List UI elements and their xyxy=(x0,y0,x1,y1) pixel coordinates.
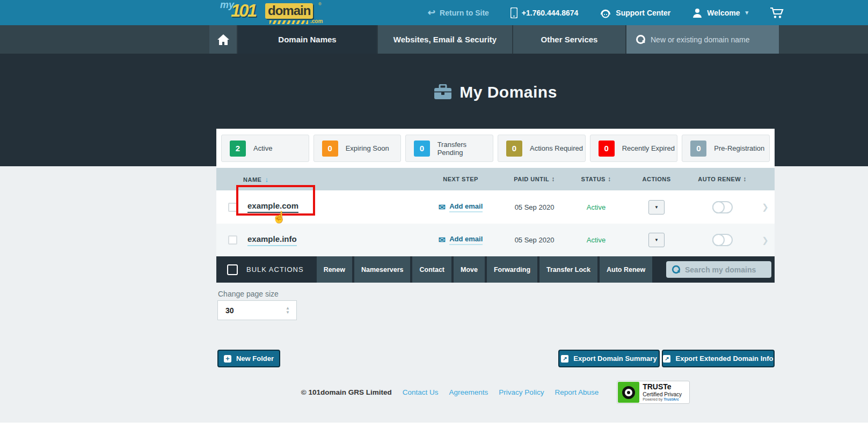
name-header-label: NAME xyxy=(243,176,261,183)
my-domains-search-box xyxy=(666,261,771,278)
logo-101: 101 xyxy=(231,1,256,21)
badge-actions-label: Actions Required xyxy=(530,144,583,152)
bulk-contact-button[interactable]: Contact xyxy=(412,256,451,283)
bulk-buttons: Renew Nameservers Contact Move Forwardin… xyxy=(317,256,653,283)
new-folder-label: New Folder xyxy=(236,354,274,363)
support-center-link[interactable]: Support Center xyxy=(600,8,670,18)
badge-expired-label: Recently Expired xyxy=(622,144,675,152)
export-icon: ↗ xyxy=(663,355,670,363)
search-icon xyxy=(672,265,680,274)
badge-active[interactable]: 2 Active xyxy=(221,135,309,162)
bulk-nameservers-button[interactable]: Nameservers xyxy=(354,256,411,283)
footer-link-contact-us[interactable]: Contact Us xyxy=(403,388,439,396)
badge-recently-expired[interactable]: 0 Recently Expired xyxy=(590,135,678,162)
table-row-example-info: example.info ✉ Add email 05 Sep 2020 Act… xyxy=(216,224,775,256)
column-header-paid-until[interactable]: PAID UNTIL↕ xyxy=(501,175,568,183)
cart-button[interactable] xyxy=(770,7,784,19)
badge-actions-required[interactable]: 0 Actions Required xyxy=(498,135,586,162)
add-email-label: Add email xyxy=(449,202,483,212)
page-size-select[interactable]: 30 ▲▼ xyxy=(217,300,297,320)
bulk-renew-label: Renew xyxy=(324,266,345,274)
page-size-value: 30 xyxy=(225,306,234,315)
header-links: ↩ Return to Site +1.760.444.8674 Support… xyxy=(428,0,784,25)
column-header-next-step[interactable]: NEXT STEP xyxy=(420,176,501,182)
phone-icon xyxy=(510,8,517,18)
summary-badges: 2 Active 0 Expiring Soon 0 Transfers Pen… xyxy=(216,129,775,168)
footer: © 101domain GRS Limited Contact Us Agree… xyxy=(216,381,775,404)
auto-renew-toggle[interactable] xyxy=(712,201,733,213)
tab-websites-email-security[interactable]: Websites, Email & Security xyxy=(378,25,513,54)
badge-prereg-label: Pre-Registration xyxy=(714,144,764,152)
bulk-renew-button[interactable]: Renew xyxy=(317,256,352,283)
tab-other-services[interactable]: Other Services xyxy=(513,25,626,54)
badge-expiring-count: 0 xyxy=(322,141,338,157)
column-header-status[interactable]: STATUS↕ xyxy=(568,175,624,183)
bulk-actions-label: BULK ACTIONS xyxy=(246,265,304,274)
bulk-forwarding-label: Forwarding xyxy=(494,266,530,274)
actions-dropdown-button[interactable]: ▼ xyxy=(648,233,665,247)
row-checkbox[interactable] xyxy=(228,203,237,212)
row-chevron-icon[interactable]: ❯ xyxy=(756,202,775,212)
badge-expiring-soon[interactable]: 0 Expiring Soon xyxy=(313,135,402,162)
auto-renew-header-label: AUTO RENEW xyxy=(698,176,741,182)
bulk-forwarding-button[interactable]: Forwarding xyxy=(487,256,537,283)
return-to-site-link[interactable]: ↩ Return to Site xyxy=(428,7,489,18)
sort-down-icon[interactable]: ↓ xyxy=(265,175,268,183)
footer-link-agreements[interactable]: Agreements xyxy=(449,388,488,396)
actions-dropdown-button[interactable]: ▼ xyxy=(648,200,665,215)
spinner-icon: ▲▼ xyxy=(286,307,290,314)
add-email-link[interactable]: ✉ Add email xyxy=(420,202,501,212)
truste-certified-label: Certified Privacy xyxy=(643,391,682,397)
badge-expiring-label: Expiring Soon xyxy=(346,144,389,152)
my-domains-search-input[interactable] xyxy=(685,265,765,274)
export-domain-summary-button[interactable]: ↗ Export Domain Summary xyxy=(558,350,660,367)
footer-link-privacy-policy[interactable]: Privacy Policy xyxy=(499,388,544,396)
footer-link-report-abuse[interactable]: Report Abuse xyxy=(555,388,599,396)
bulk-contact-label: Contact xyxy=(419,266,444,274)
bulk-auto-renew-label: Auto Renew xyxy=(607,266,645,274)
tab-websites-label: Websites, Email & Security xyxy=(393,35,497,44)
logo-registered-mark: ® xyxy=(318,2,322,6)
truste-badge[interactable]: TRUSTe Certified Privacy Powered by Trus… xyxy=(617,381,690,404)
brand-logo[interactable]: my 101 domain ® .com xyxy=(220,1,327,25)
envelope-icon: ✉ xyxy=(439,235,446,245)
sort-both-icon[interactable]: ↕ xyxy=(743,175,747,183)
plus-icon: + xyxy=(224,355,231,363)
domain-search-input[interactable] xyxy=(651,35,769,44)
add-email-link[interactable]: ✉ Add email xyxy=(420,235,501,245)
nav-home-button[interactable] xyxy=(209,25,238,54)
truste-logo-icon xyxy=(618,382,639,403)
tab-domain-names[interactable]: Domain Names xyxy=(238,25,378,54)
row-chevron-icon[interactable]: ❯ xyxy=(756,235,775,245)
phone-link[interactable]: +1.760.444.8674 xyxy=(510,8,579,18)
page-title-row: My Domains xyxy=(216,83,775,101)
column-header-actions: ACTIONS xyxy=(624,176,689,182)
column-header-auto-renew[interactable]: AUTO RENEW↕ xyxy=(689,175,756,183)
briefcase-icon xyxy=(434,84,452,100)
row-checkbox[interactable] xyxy=(228,235,237,245)
export-extended-domain-info-button[interactable]: ↗ Export Extended Domain Info xyxy=(662,350,775,367)
domain-link-example-info[interactable]: example.info xyxy=(247,234,297,246)
headset-icon xyxy=(600,8,611,18)
bottom-strip xyxy=(0,423,868,436)
new-folder-button[interactable]: + New Folder xyxy=(217,350,280,367)
bulk-select-all-checkbox[interactable] xyxy=(227,264,238,275)
actions-header-label: ACTIONS xyxy=(643,176,671,182)
export-summary-label: Export Domain Summary xyxy=(573,354,657,363)
column-header-name[interactable]: NAME↓ xyxy=(243,175,420,183)
badge-pre-registration[interactable]: 0 Pre-Registration xyxy=(682,135,770,162)
bulk-move-button[interactable]: Move xyxy=(454,256,485,283)
auto-renew-toggle[interactable] xyxy=(712,234,733,246)
sort-both-icon[interactable]: ↕ xyxy=(608,175,611,183)
truste-title: TRUSTe xyxy=(643,383,682,391)
badge-active-label: Active xyxy=(253,144,272,152)
return-arrow-icon: ↩ xyxy=(428,7,435,18)
main-nav: Domain Names Websites, Email & Security … xyxy=(0,25,868,54)
welcome-label: Welcome xyxy=(707,9,740,17)
bulk-auto-renew-button[interactable]: Auto Renew xyxy=(600,256,652,283)
status-header-label: STATUS xyxy=(581,176,606,182)
account-menu[interactable]: Welcome ▾ xyxy=(692,8,748,18)
bulk-transfer-lock-button[interactable]: Transfer Lock xyxy=(539,256,597,283)
sort-both-icon[interactable]: ↕ xyxy=(551,175,555,183)
badge-transfers-pending[interactable]: 0 Transfers Pending xyxy=(405,135,493,162)
